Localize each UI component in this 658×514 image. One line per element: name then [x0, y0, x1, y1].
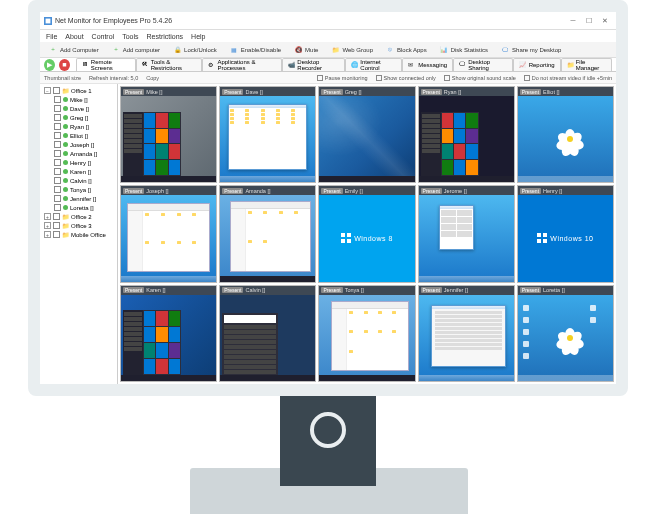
expand-icon[interactable]: + — [44, 213, 51, 220]
tab-applications-processes[interactable]: ⚙Applications & Processes — [202, 58, 282, 71]
tree-computer-calvin-[interactable]: Calvin [] — [42, 176, 115, 185]
tree-computer-greg-[interactable]: Greg [] — [42, 113, 115, 122]
tree-group-office-2[interactable]: +📁Office 2 — [42, 212, 115, 221]
menu-restrictions[interactable]: Restrictions — [147, 33, 184, 40]
checkbox-icon[interactable] — [53, 222, 60, 229]
tree-group-office-1[interactable]: −📁Office 1 — [42, 86, 115, 95]
menu-tools[interactable]: Tools — [122, 33, 138, 40]
toolbar-web-group-button[interactable]: 📁Web Group — [326, 43, 377, 57]
thumbnail-henry-[interactable]: PresentHenry []Windows 10 — [517, 185, 614, 282]
tree-computer-loretta-[interactable]: Loretta [] — [42, 203, 115, 212]
thumbnail-karen-[interactable]: PresentKaren [] — [120, 285, 217, 382]
checkbox-icon[interactable] — [54, 195, 61, 202]
stop-record-button[interactable]: ■ — [59, 59, 70, 71]
thumbnail-loretta-[interactable]: PresentLoretta [] — [517, 285, 614, 382]
thumbnail-screen — [121, 96, 216, 182]
tree-computer-amanda-[interactable]: Amanda [] — [42, 149, 115, 158]
computer-tree-sidebar[interactable]: −📁Office 1Mike []Dave []Greg []Ryan []El… — [40, 84, 118, 384]
thumbnail-emily-[interactable]: PresentEmily []Windows 8 — [318, 185, 415, 282]
tree-computer-henry-[interactable]: Henry [] — [42, 158, 115, 167]
thumbnail-user: Loretta [] — [543, 287, 565, 293]
tab-tools-restrictions[interactable]: 🛠Tools & Restrictions — [136, 58, 203, 71]
checkbox-icon[interactable] — [54, 186, 61, 193]
thumbnail-user: Elliot [] — [543, 89, 560, 95]
tree-group-mobile-office[interactable]: +📁Mobile Office — [42, 230, 115, 239]
checkbox-icon[interactable] — [54, 114, 61, 121]
menu-control[interactable]: Control — [92, 33, 115, 40]
tree-computer-jennifer-[interactable]: Jennifer [] — [42, 194, 115, 203]
checkbox-icon[interactable] — [53, 87, 60, 94]
checkbox-icon[interactable] — [54, 159, 61, 166]
thumbnail-tonya-[interactable]: PresentTonya [] — [318, 285, 415, 382]
tab-internet-control[interactable]: 🌐Internet Control — [345, 58, 402, 71]
thumbnail-greg-[interactable]: PresentGreg [] — [318, 86, 415, 183]
checkbox-icon[interactable] — [54, 177, 61, 184]
maximize-button[interactable]: ☐ — [582, 16, 596, 26]
expand-icon[interactable]: + — [44, 222, 51, 229]
tree-computer-tonya-[interactable]: Tonya [] — [42, 185, 115, 194]
menu-file[interactable]: File — [46, 33, 57, 40]
folder-icon: 📁 — [330, 45, 340, 55]
tab-reporting[interactable]: 📈Reporting — [513, 58, 561, 71]
minimize-button[interactable]: ─ — [566, 16, 580, 26]
toolbar-label: Block Apps — [397, 47, 427, 53]
checkbox-show-connected-only[interactable]: Show connected only — [376, 75, 436, 81]
toolbar-share-my-desktop-button[interactable]: 🖵Share my Desktop — [496, 43, 565, 57]
tree-computer-karen-[interactable]: Karen [] — [42, 167, 115, 176]
toolbar-label: Add computer — [123, 47, 160, 53]
checkbox-icon[interactable] — [54, 141, 61, 148]
toolbar-add-computer-button[interactable]: ＋Add computer — [107, 43, 164, 57]
thumbnail-user: Jennifer [] — [444, 287, 468, 293]
thumbnail-mike-[interactable]: PresentMike [] — [120, 86, 217, 183]
toolbar-lock-unlock-button[interactable]: 🔒Lock/Unlock — [168, 43, 221, 57]
tree-computer-ryan-[interactable]: Ryan [] — [42, 122, 115, 131]
toolbar-add-computer-button[interactable]: ＋Add Computer — [44, 43, 103, 57]
tab-messaging[interactable]: ✉Messaging — [402, 58, 453, 71]
thumbnail-joseph-[interactable]: PresentJoseph [] — [120, 185, 217, 282]
subtoolbar-item[interactable]: Refresh interval: 5,0 — [89, 75, 138, 81]
thumbnail-calvin-[interactable]: PresentCalvin [] — [219, 285, 316, 382]
checkbox-pause-monitoring[interactable]: Pause monitoring — [317, 75, 368, 81]
menu-about[interactable]: About — [65, 33, 83, 40]
collapse-icon[interactable]: − — [44, 87, 51, 94]
checkbox-icon[interactable] — [53, 213, 60, 220]
checkbox-show-original-sound-scale[interactable]: Show original sound scale — [444, 75, 516, 81]
toolbar-mute-button[interactable]: 🔇Mute — [289, 43, 322, 57]
subtoolbar-item[interactable]: Thumbnail size — [44, 75, 81, 81]
checkbox-icon[interactable] — [54, 168, 61, 175]
thumbnail-amanda-[interactable]: PresentAmanda [] — [219, 185, 316, 282]
toolbar-block-apps-button[interactable]: ⦸Block Apps — [381, 43, 431, 57]
tab-desktop-recorder[interactable]: 📹Desktop Recorder — [282, 58, 345, 71]
thumbnail-dave-[interactable]: PresentDave [] — [219, 86, 316, 183]
thumbnail-screen: Windows 8 — [319, 195, 414, 281]
thumbnail-elliot-[interactable]: PresentElliot [] — [517, 86, 614, 183]
checkbox-icon[interactable] — [54, 150, 61, 157]
thumbnail-screen — [121, 195, 216, 281]
checkbox-icon[interactable] — [53, 231, 60, 238]
tab-file-manager[interactable]: 📁File Manager — [561, 58, 612, 71]
checkbox-icon[interactable] — [54, 204, 61, 211]
checkbox-icon[interactable] — [54, 105, 61, 112]
thumbnail-ryan-[interactable]: PresentRyan [] — [418, 86, 515, 183]
menu-help[interactable]: Help — [191, 33, 205, 40]
checkbox-icon[interactable] — [54, 123, 61, 130]
tab-remote-screens[interactable]: 🖥Remote Screens — [76, 58, 136, 71]
checkbox-icon[interactable] — [54, 132, 61, 139]
thumbnail-label: PresentJerome [] — [419, 186, 514, 195]
tree-computer-joseph-[interactable]: Joseph [] — [42, 140, 115, 149]
tree-computer-dave-[interactable]: Dave [] — [42, 104, 115, 113]
toolbar-disk-statistics-button[interactable]: 📊Disk Statistics — [435, 43, 492, 57]
checkbox-do-not-stream-video-if-idle-min[interactable]: Do not stream video if idle +5min — [524, 75, 612, 81]
tree-computer-mike-[interactable]: Mike [] — [42, 95, 115, 104]
tree-group-office-3[interactable]: +📁Office 3 — [42, 221, 115, 230]
close-button[interactable]: ✕ — [598, 16, 612, 26]
expand-icon[interactable]: + — [44, 231, 51, 238]
toolbar-enable-disable-button[interactable]: ▦Enable/Disable — [225, 43, 285, 57]
thumbnail-jennifer-[interactable]: PresentJennifer [] — [418, 285, 515, 382]
tree-computer-elliot-[interactable]: Elliot [] — [42, 131, 115, 140]
tab-desktop-sharing[interactable]: 🖵Desktop Sharing — [453, 58, 512, 71]
subtoolbar-item[interactable]: Copy — [146, 75, 159, 81]
checkbox-icon[interactable] — [54, 96, 61, 103]
start-record-button[interactable]: ▶ — [44, 59, 55, 71]
thumbnail-jerome-[interactable]: PresentJerome [] — [418, 185, 515, 282]
